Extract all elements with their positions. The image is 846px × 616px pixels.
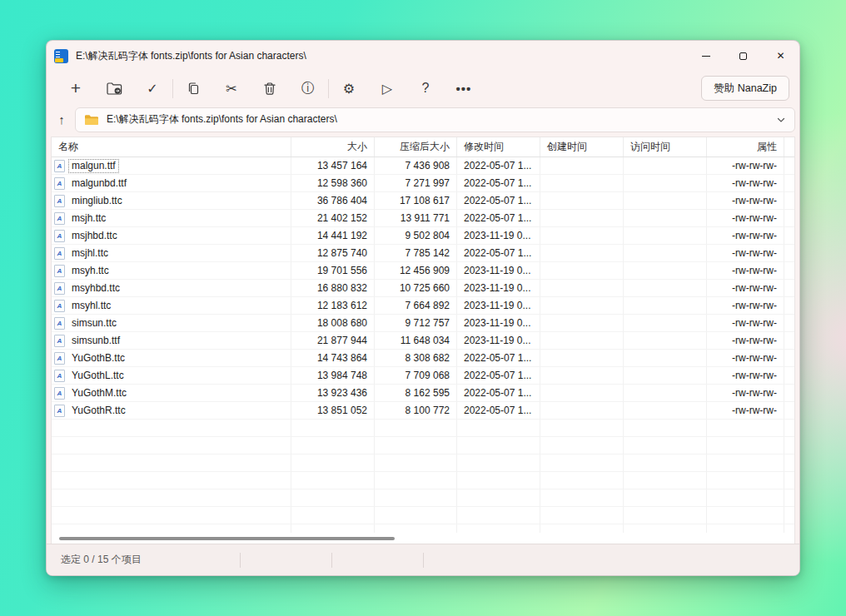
column-header-accessed[interactable]: 访问时间 xyxy=(624,137,707,156)
statusbar-divider xyxy=(331,553,332,568)
cell-accessed xyxy=(624,437,707,455)
cell-filler xyxy=(784,332,795,350)
cell-packed: 12 456 909 xyxy=(375,262,457,280)
table-row[interactable]: Amsyh.ttc19 701 55612 456 9092023-11-19 … xyxy=(52,262,794,280)
cell-accessed xyxy=(624,367,707,385)
cell-accessed xyxy=(624,175,707,192)
info-button[interactable]: ⓘ xyxy=(289,74,327,102)
cell-filler xyxy=(784,262,795,280)
cell-created xyxy=(540,472,624,489)
cell-attrs xyxy=(707,472,784,489)
file-list: 名称大小压缩后大小修改时间创建时间访问时间属性 Amalgun.ttf13 45… xyxy=(51,137,795,544)
cell-packed: 8 308 682 xyxy=(375,350,457,367)
table-row[interactable]: Amalgun.ttf13 457 1647 436 9082022-05-07… xyxy=(52,157,794,175)
cell-filler xyxy=(784,227,795,245)
cell-name xyxy=(52,455,291,472)
file-name: malgun.ttf xyxy=(68,159,119,173)
benchmark-button[interactable]: ▷ xyxy=(368,74,406,102)
table-row[interactable]: Amsjhl.ttc12 875 7407 785 1422022-05-07 … xyxy=(52,245,794,262)
cell-attrs: -rw-rw-rw- xyxy=(707,367,784,385)
column-header-created[interactable]: 创建时间 xyxy=(540,137,624,156)
sponsor-nanazip-button[interactable]: 赞助 NanaZip xyxy=(701,76,789,101)
table-row[interactable]: Amsjh.ttc21 402 15213 911 7712022-05-07 … xyxy=(52,210,794,227)
font-file-icon: A xyxy=(54,300,65,312)
cell-created xyxy=(540,175,624,192)
extract-button[interactable] xyxy=(95,74,133,102)
table-row[interactable]: Amingliub.ttc36 786 40417 108 6172022-05… xyxy=(52,192,794,210)
cell-size: 18 008 680 xyxy=(291,315,375,332)
file-name: msyh.ttc xyxy=(68,264,112,278)
cell-filler xyxy=(784,402,795,420)
column-header-attrs[interactable]: 属性 xyxy=(707,137,784,156)
info-icon: ⓘ xyxy=(301,80,315,97)
table-row[interactable]: AYuGothL.ttc13 984 7487 709 0682022-05-0… xyxy=(52,367,794,385)
cell-modified: 2023-11-19 0... xyxy=(457,280,540,297)
test-button[interactable]: ✓ xyxy=(133,74,172,102)
settings-button[interactable]: ⚙ xyxy=(330,74,368,102)
table-row[interactable]: AYuGothR.ttc13 851 0528 100 7722022-05-0… xyxy=(52,402,794,420)
cell-filler xyxy=(784,192,795,210)
cell-packed: 9 502 804 xyxy=(375,227,457,245)
cell-attrs: -rw-rw-rw- xyxy=(707,297,784,315)
table-row[interactable]: Amsyhl.ttc12 183 6127 664 8922023-11-19 … xyxy=(52,297,794,315)
close-button[interactable]: ✕ xyxy=(762,41,799,71)
file-name: YuGothB.ttc xyxy=(68,351,128,365)
chevron-down-icon[interactable] xyxy=(776,115,786,125)
move-button[interactable]: ✂ xyxy=(212,74,251,102)
column-header-name[interactable]: 名称 xyxy=(52,137,291,156)
path-combobox[interactable]: E:\解决乱码字体 fonts.zip\fonts for Asian char… xyxy=(75,107,795,132)
titlebar[interactable]: E:\解决乱码字体 fonts.zip\fonts for Asian char… xyxy=(47,41,799,71)
toolbar-divider xyxy=(328,79,329,98)
horizontal-scrollbar[interactable] xyxy=(52,533,794,544)
cell-name: Amsjhl.ttc xyxy=(52,245,291,262)
table-row[interactable]: Amalgunbd.ttf12 598 3607 271 9972022-05-… xyxy=(52,175,794,192)
font-file-icon: A xyxy=(54,160,65,172)
cell-size: 12 598 360 xyxy=(291,175,375,192)
table-row[interactable]: Asimsun.ttc18 008 6809 712 7572023-11-19… xyxy=(52,315,794,332)
cell-accessed xyxy=(624,262,707,280)
more-button[interactable]: ••• xyxy=(445,74,483,102)
cell-size: 16 880 832 xyxy=(291,280,375,297)
cell-accessed xyxy=(624,350,707,367)
cell-filler xyxy=(784,437,795,455)
nanazip-app-icon xyxy=(54,49,68,63)
cell-accessed xyxy=(624,507,707,524)
cell-attrs: -rw-rw-rw- xyxy=(707,385,784,402)
maximize-button[interactable] xyxy=(724,41,762,71)
table-row[interactable]: AYuGothB.ttc14 743 8648 308 6822022-05-0… xyxy=(52,350,794,367)
cell-name xyxy=(52,420,291,437)
cell-modified xyxy=(457,420,540,437)
empty-row xyxy=(52,507,794,524)
cell-modified xyxy=(457,472,540,489)
add-button[interactable]: + xyxy=(57,74,95,102)
up-arrow-icon: ↑ xyxy=(58,112,65,127)
help-button[interactable]: ? xyxy=(406,74,445,102)
minimize-button[interactable] xyxy=(687,41,724,71)
cell-name xyxy=(52,507,291,524)
cell-accessed xyxy=(624,245,707,262)
table-row[interactable]: Amsyhbd.ttc16 880 83210 725 6602023-11-1… xyxy=(52,280,794,297)
font-file-icon: A xyxy=(54,247,65,260)
up-button[interactable]: ↑ xyxy=(51,107,72,132)
cell-name xyxy=(52,437,291,455)
copy-button[interactable] xyxy=(174,74,212,102)
cell-name: AYuGothL.ttc xyxy=(52,367,291,385)
column-header-size[interactable]: 大小 xyxy=(291,137,375,156)
column-header-modified[interactable]: 修改时间 xyxy=(457,137,540,156)
scrollbar-thumb[interactable] xyxy=(59,537,395,540)
cell-attrs: -rw-rw-rw- xyxy=(707,402,784,420)
column-header-packed[interactable]: 压缩后大小 xyxy=(375,137,457,156)
folder-icon xyxy=(84,114,99,126)
table-row[interactable]: Asimsunb.ttf21 877 94411 648 0342023-11-… xyxy=(52,332,794,350)
delete-button[interactable] xyxy=(251,74,289,102)
empty-row xyxy=(52,420,794,437)
table-row[interactable]: Amsjhbd.ttc14 441 1929 502 8042023-11-19… xyxy=(52,227,794,245)
cell-packed xyxy=(375,489,457,507)
font-file-icon: A xyxy=(54,370,65,382)
cell-size: 13 923 436 xyxy=(291,385,375,402)
statusbar-divider xyxy=(423,553,424,568)
cell-accessed xyxy=(624,157,707,175)
table-row[interactable]: AYuGothM.ttc13 923 4368 162 5952022-05-0… xyxy=(52,385,794,402)
cell-filler xyxy=(784,315,795,332)
empty-row xyxy=(52,437,794,455)
